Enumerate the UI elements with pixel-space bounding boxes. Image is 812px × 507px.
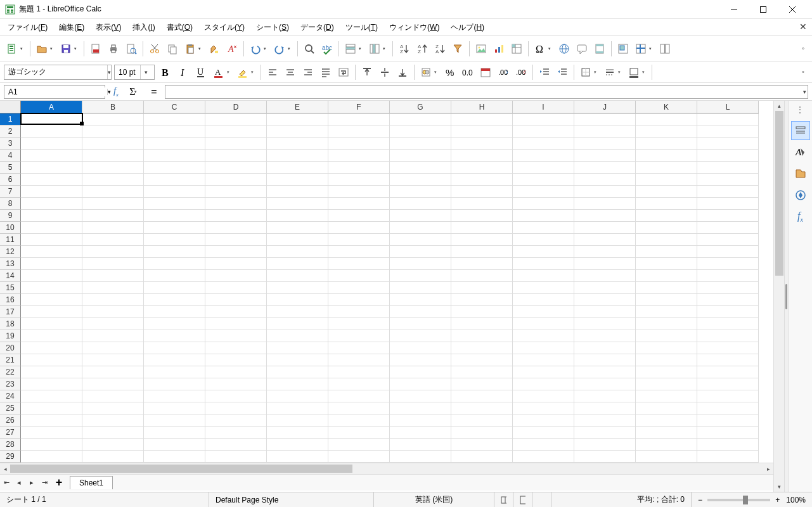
find-button[interactable] <box>301 41 318 57</box>
cell[interactable] <box>574 342 636 354</box>
cell[interactable] <box>513 174 574 186</box>
close-button[interactable] <box>778 0 807 19</box>
row-header[interactable]: 4 <box>0 150 21 162</box>
row-header[interactable]: 7 <box>0 186 21 198</box>
autofilter-button[interactable] <box>449 41 466 57</box>
select-all-corner[interactable] <box>0 101 21 113</box>
cell[interactable] <box>451 162 513 174</box>
cell[interactable] <box>513 451 574 463</box>
cell[interactable] <box>267 210 328 222</box>
cell[interactable] <box>20 113 83 125</box>
cell[interactable] <box>636 270 697 282</box>
cell[interactable] <box>697 366 759 378</box>
cell[interactable] <box>574 162 636 174</box>
cell[interactable] <box>144 258 205 270</box>
cell[interactable] <box>205 234 267 246</box>
cell[interactable] <box>636 427 697 439</box>
cell[interactable] <box>205 318 267 330</box>
cell[interactable] <box>82 294 144 306</box>
cell[interactable] <box>82 162 144 174</box>
cell[interactable] <box>21 318 82 330</box>
cell[interactable] <box>513 246 574 258</box>
cell[interactable] <box>267 427 328 439</box>
cell[interactable] <box>451 150 513 162</box>
cell[interactable] <box>82 125 144 138</box>
cell[interactable] <box>205 366 267 378</box>
cell[interactable] <box>574 186 636 198</box>
cell[interactable] <box>21 138 82 150</box>
cell[interactable] <box>144 414 205 427</box>
cell[interactable] <box>267 342 328 354</box>
cell[interactable] <box>267 366 328 378</box>
zoom-out-button[interactable]: − <box>698 496 702 504</box>
cell[interactable] <box>513 439 574 451</box>
cell[interactable] <box>205 258 267 270</box>
cell[interactable] <box>390 125 451 138</box>
cell[interactable] <box>697 174 759 186</box>
row-header[interactable]: 26 <box>0 414 21 427</box>
sidebar-styles-button[interactable]: A <box>791 143 810 162</box>
cell[interactable] <box>574 138 636 150</box>
cell[interactable] <box>21 258 82 270</box>
cell[interactable] <box>390 246 451 258</box>
cell[interactable] <box>82 390 144 402</box>
status-page-style[interactable]: Default Page Style <box>209 492 374 507</box>
cell[interactable] <box>21 186 82 198</box>
border-style-button[interactable] <box>602 64 618 80</box>
add-decimal-button[interactable]: .00 <box>495 64 512 80</box>
cell[interactable] <box>451 354 513 366</box>
cell[interactable] <box>144 234 205 246</box>
cell[interactable] <box>636 198 697 210</box>
column-header[interactable]: J <box>574 101 636 113</box>
cell[interactable] <box>82 222 144 234</box>
cell[interactable] <box>636 342 697 354</box>
border-color-button[interactable] <box>626 64 642 80</box>
cell[interactable] <box>328 210 390 222</box>
cell[interactable] <box>82 282 144 294</box>
define-print-button[interactable] <box>615 41 631 57</box>
cell[interactable] <box>205 246 267 258</box>
cell[interactable] <box>205 330 267 342</box>
cell[interactable] <box>513 318 574 330</box>
row-header[interactable]: 19 <box>0 330 21 342</box>
column-header[interactable]: A <box>21 101 82 113</box>
cell[interactable] <box>328 414 390 427</box>
cell[interactable] <box>636 138 697 150</box>
cell[interactable] <box>697 414 759 427</box>
expand-formula-icon[interactable]: ▾ <box>803 89 806 95</box>
cell[interactable] <box>21 451 82 463</box>
export-pdf-button[interactable] <box>87 41 104 57</box>
cell[interactable] <box>513 306 574 318</box>
cell[interactable] <box>205 270 267 282</box>
cell[interactable] <box>697 162 759 174</box>
cell[interactable] <box>21 234 82 246</box>
cell[interactable] <box>451 318 513 330</box>
sidebar-gallery-button[interactable] <box>791 164 810 183</box>
cell[interactable] <box>697 439 759 451</box>
cell[interactable] <box>267 246 328 258</box>
percent-button[interactable]: % <box>442 64 458 80</box>
cell[interactable] <box>574 366 636 378</box>
new-button[interactable] <box>4 41 20 57</box>
cell[interactable] <box>205 342 267 354</box>
cell[interactable] <box>144 330 205 342</box>
underline-button[interactable]: U <box>193 64 209 80</box>
row-header[interactable]: 17 <box>0 306 21 318</box>
prev-sheet-button[interactable]: ◂ <box>13 476 25 490</box>
cell[interactable] <box>451 414 513 427</box>
cell[interactable] <box>574 198 636 210</box>
cell[interactable] <box>144 246 205 258</box>
cell[interactable] <box>267 138 328 150</box>
cell[interactable] <box>21 270 82 282</box>
cell[interactable] <box>390 427 451 439</box>
row-header[interactable]: 11 <box>0 234 21 246</box>
menu-編集e[interactable]: 編集(E) <box>54 20 89 35</box>
cell[interactable] <box>574 414 636 427</box>
cell[interactable] <box>144 270 205 282</box>
cell[interactable] <box>390 162 451 174</box>
cell[interactable] <box>390 282 451 294</box>
cell[interactable] <box>267 414 328 427</box>
cell[interactable] <box>21 150 82 162</box>
cell[interactable] <box>451 246 513 258</box>
cell[interactable] <box>82 378 144 390</box>
